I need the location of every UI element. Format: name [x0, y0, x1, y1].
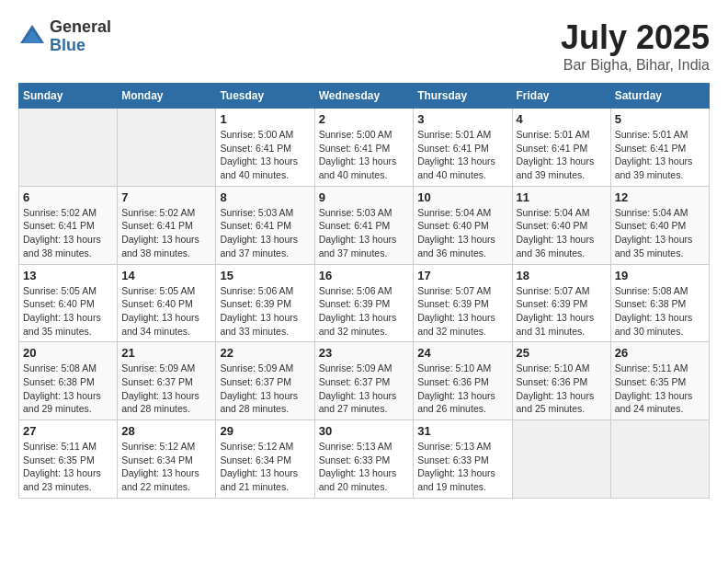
calendar-cell: 3Sunrise: 5:01 AMSunset: 6:41 PMDaylight…: [414, 109, 512, 187]
day-info: Sunrise: 5:12 AMSunset: 6:34 PMDaylight:…: [220, 440, 310, 494]
calendar-header: SundayMondayTuesdayWednesdayThursdayFrid…: [19, 84, 710, 109]
day-number: 10: [417, 190, 507, 204]
day-info: Sunrise: 5:00 AMSunset: 6:41 PMDaylight:…: [220, 128, 310, 182]
calendar-cell: 11Sunrise: 5:04 AMSunset: 6:40 PMDayligh…: [512, 186, 610, 264]
day-number: 25: [517, 346, 607, 360]
calendar-cell: 9Sunrise: 5:03 AMSunset: 6:41 PMDaylight…: [314, 186, 414, 264]
week-row-4: 27Sunrise: 5:11 AMSunset: 6:35 PMDayligh…: [19, 420, 710, 499]
calendar-cell: 14Sunrise: 5:05 AMSunset: 6:40 PMDayligh…: [118, 264, 216, 342]
day-info: Sunrise: 5:00 AMSunset: 6:41 PMDaylight:…: [319, 128, 410, 182]
day-info: Sunrise: 5:07 AMSunset: 6:39 PMDaylight:…: [417, 284, 507, 339]
header-cell-sunday: Sunday: [19, 84, 118, 109]
day-number: 15: [220, 269, 310, 282]
calendar-cell: [118, 109, 216, 187]
day-number: 4: [517, 112, 607, 126]
logo-icon: [18, 23, 46, 51]
day-number: 13: [23, 269, 113, 282]
day-number: 24: [417, 346, 507, 360]
page-header: General Blue July 2025 Bar Bigha, Bihar,…: [18, 18, 710, 74]
day-number: 28: [121, 424, 211, 438]
day-info: Sunrise: 5:02 AMSunset: 6:41 PMDaylight:…: [121, 206, 211, 260]
day-info: Sunrise: 5:05 AMSunset: 6:40 PMDaylight:…: [23, 284, 113, 339]
day-number: 23: [319, 346, 410, 360]
calendar-cell: 22Sunrise: 5:09 AMSunset: 6:37 PMDayligh…: [216, 342, 314, 420]
calendar-cell: 30Sunrise: 5:13 AMSunset: 6:33 PMDayligh…: [314, 420, 414, 499]
day-number: 27: [23, 424, 113, 438]
calendar-cell: 5Sunrise: 5:01 AMSunset: 6:41 PMDaylight…: [610, 109, 709, 187]
day-number: 11: [517, 190, 607, 204]
calendar-cell: 13Sunrise: 5:05 AMSunset: 6:40 PMDayligh…: [19, 264, 118, 342]
day-number: 1: [220, 112, 310, 126]
calendar-cell: 27Sunrise: 5:11 AMSunset: 6:35 PMDayligh…: [19, 420, 118, 499]
calendar-cell: 17Sunrise: 5:07 AMSunset: 6:39 PMDayligh…: [414, 264, 512, 342]
calendar-cell: [610, 420, 709, 499]
day-number: 18: [517, 269, 607, 282]
calendar-cell: 26Sunrise: 5:11 AMSunset: 6:35 PMDayligh…: [610, 342, 709, 420]
day-info: Sunrise: 5:08 AMSunset: 6:38 PMDaylight:…: [615, 284, 705, 339]
calendar-cell: 19Sunrise: 5:08 AMSunset: 6:38 PMDayligh…: [610, 264, 709, 342]
day-number: 7: [121, 190, 211, 204]
day-info: Sunrise: 5:11 AMSunset: 6:35 PMDaylight:…: [23, 440, 113, 494]
calendar-cell: 31Sunrise: 5:13 AMSunset: 6:33 PMDayligh…: [414, 420, 512, 499]
day-number: 19: [615, 269, 705, 282]
day-info: Sunrise: 5:01 AMSunset: 6:41 PMDaylight:…: [517, 128, 607, 182]
day-number: 2: [319, 112, 410, 126]
calendar-cell: 12Sunrise: 5:04 AMSunset: 6:40 PMDayligh…: [610, 186, 709, 264]
day-number: 5: [615, 112, 705, 126]
header-cell-friday: Friday: [512, 84, 610, 109]
day-info: Sunrise: 5:09 AMSunset: 6:37 PMDaylight:…: [319, 362, 410, 416]
day-number: 20: [23, 346, 113, 360]
month-title: July 2025: [561, 18, 710, 57]
header-cell-tuesday: Tuesday: [216, 84, 314, 109]
day-number: 14: [121, 269, 211, 282]
calendar-table: SundayMondayTuesdayWednesdayThursdayFrid…: [18, 83, 710, 499]
day-info: Sunrise: 5:04 AMSunset: 6:40 PMDaylight:…: [417, 206, 507, 260]
day-number: 17: [417, 269, 507, 282]
day-number: 21: [121, 346, 211, 360]
header-cell-saturday: Saturday: [610, 84, 709, 109]
logo-blue: Blue: [50, 37, 111, 55]
day-number: 12: [615, 190, 705, 204]
header-cell-thursday: Thursday: [414, 84, 512, 109]
day-info: Sunrise: 5:08 AMSunset: 6:38 PMDaylight:…: [23, 362, 113, 416]
calendar-cell: 21Sunrise: 5:09 AMSunset: 6:37 PMDayligh…: [118, 342, 216, 420]
calendar-cell: [19, 109, 118, 187]
day-info: Sunrise: 5:11 AMSunset: 6:35 PMDaylight:…: [615, 362, 705, 416]
day-info: Sunrise: 5:13 AMSunset: 6:33 PMDaylight:…: [417, 440, 507, 494]
day-info: Sunrise: 5:09 AMSunset: 6:37 PMDaylight:…: [220, 362, 310, 416]
calendar-cell: 2Sunrise: 5:00 AMSunset: 6:41 PMDaylight…: [314, 109, 414, 187]
day-info: Sunrise: 5:01 AMSunset: 6:41 PMDaylight:…: [417, 128, 507, 182]
day-info: Sunrise: 5:05 AMSunset: 6:40 PMDaylight:…: [121, 284, 211, 339]
day-number: 29: [220, 424, 310, 438]
day-info: Sunrise: 5:09 AMSunset: 6:37 PMDaylight:…: [121, 362, 211, 416]
day-number: 3: [417, 112, 507, 126]
logo-text: General Blue: [50, 18, 111, 55]
day-info: Sunrise: 5:03 AMSunset: 6:41 PMDaylight:…: [220, 206, 310, 260]
week-row-1: 6Sunrise: 5:02 AMSunset: 6:41 PMDaylight…: [19, 186, 710, 264]
day-number: 8: [220, 190, 310, 204]
header-row: SundayMondayTuesdayWednesdayThursdayFrid…: [19, 84, 710, 109]
calendar-body: 1Sunrise: 5:00 AMSunset: 6:41 PMDaylight…: [19, 109, 710, 499]
title-area: July 2025 Bar Bigha, Bihar, India: [561, 18, 710, 74]
calendar-cell: 20Sunrise: 5:08 AMSunset: 6:38 PMDayligh…: [19, 342, 118, 420]
week-row-3: 20Sunrise: 5:08 AMSunset: 6:38 PMDayligh…: [19, 342, 710, 420]
day-number: 30: [319, 424, 410, 438]
day-number: 16: [319, 269, 410, 282]
week-row-2: 13Sunrise: 5:05 AMSunset: 6:40 PMDayligh…: [19, 264, 710, 342]
day-info: Sunrise: 5:03 AMSunset: 6:41 PMDaylight:…: [319, 206, 410, 260]
day-info: Sunrise: 5:04 AMSunset: 6:40 PMDaylight:…: [615, 206, 705, 260]
calendar-cell: 18Sunrise: 5:07 AMSunset: 6:39 PMDayligh…: [512, 264, 610, 342]
day-info: Sunrise: 5:10 AMSunset: 6:36 PMDaylight:…: [517, 362, 607, 416]
calendar-cell: 10Sunrise: 5:04 AMSunset: 6:40 PMDayligh…: [414, 186, 512, 264]
calendar-cell: 23Sunrise: 5:09 AMSunset: 6:37 PMDayligh…: [314, 342, 414, 420]
day-info: Sunrise: 5:12 AMSunset: 6:34 PMDaylight:…: [121, 440, 211, 494]
calendar-cell: 15Sunrise: 5:06 AMSunset: 6:39 PMDayligh…: [216, 264, 314, 342]
calendar-cell: 4Sunrise: 5:01 AMSunset: 6:41 PMDaylight…: [512, 109, 610, 187]
calendar-cell: 29Sunrise: 5:12 AMSunset: 6:34 PMDayligh…: [216, 420, 314, 499]
day-number: 26: [615, 346, 705, 360]
day-info: Sunrise: 5:10 AMSunset: 6:36 PMDaylight:…: [417, 362, 507, 416]
day-info: Sunrise: 5:07 AMSunset: 6:39 PMDaylight:…: [517, 284, 607, 339]
logo-general: General: [50, 18, 111, 37]
calendar-cell: 6Sunrise: 5:02 AMSunset: 6:41 PMDaylight…: [19, 186, 118, 264]
calendar-cell: 8Sunrise: 5:03 AMSunset: 6:41 PMDaylight…: [216, 186, 314, 264]
